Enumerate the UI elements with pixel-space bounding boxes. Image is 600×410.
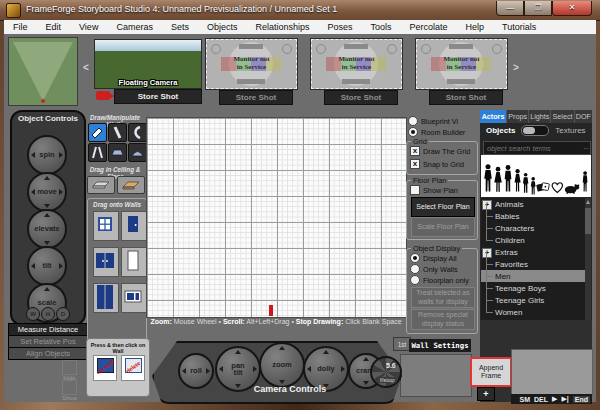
menu-poses[interactable]: Poses: [318, 22, 361, 32]
tree-item-teenage-girls[interactable]: Teenage Girls: [481, 294, 585, 306]
category-icon-strip[interactable]: [481, 155, 591, 197]
arrow-left-icon[interactable]: [31, 152, 35, 158]
woman-silhouette-icon[interactable]: [493, 164, 503, 195]
store-shot-button-2[interactable]: Store Shot: [219, 90, 293, 105]
cut-wall-button[interactable]: cut wall: [93, 355, 117, 381]
wall-settings-button[interactable]: Wall Settings: [409, 339, 471, 352]
arrow-right-icon[interactable]: [341, 366, 345, 372]
tab-lights[interactable]: Lights: [529, 110, 551, 123]
menu-help[interactable]: Help: [457, 22, 494, 32]
arrow-up-icon[interactable]: [323, 350, 329, 354]
monitor-thumbnail-1[interactable]: Monitor notin Service: [206, 39, 297, 89]
woman2-silhouette-icon[interactable]: [513, 166, 522, 195]
show-object-button[interactable]: Show: [62, 380, 77, 401]
menu-relationships[interactable]: Relationships: [246, 22, 318, 32]
window-blue-item[interactable]: [121, 283, 147, 313]
menu-edit[interactable]: Edit: [37, 22, 71, 32]
tree-item-women[interactable]: Women: [481, 306, 585, 318]
step-end-button[interactable]: ▶|: [561, 395, 568, 403]
camera-icon[interactable]: [96, 91, 110, 100]
object-search-input[interactable]: [483, 141, 591, 155]
height-lock-dial[interactable]: H: [41, 307, 55, 321]
search-more-button[interactable]: ...: [583, 143, 589, 150]
only-walls-radio[interactable]: Only Walls: [410, 264, 458, 274]
select-floor-plan-button[interactable]: Select Floor Plan: [411, 197, 475, 217]
bear-icon[interactable]: [564, 181, 580, 195]
tree-item-teenage-boys[interactable]: Teenage Boys: [481, 282, 585, 294]
double-door-blue-item[interactable]: [93, 247, 119, 277]
depth-lock-dial[interactable]: D: [56, 307, 70, 321]
arrow-up-icon[interactable]: [44, 176, 50, 180]
delete-wall-button[interactable]: delete: [121, 355, 145, 381]
tall-double-door-item[interactable]: [93, 283, 119, 313]
elevate-dial[interactable]: elevate: [27, 209, 67, 249]
objects-textures-toggle[interactable]: [521, 125, 549, 136]
arrow-up-icon[interactable]: [44, 213, 50, 217]
close-button[interactable]: ✕: [552, 1, 592, 16]
man-silhouette-icon[interactable]: [483, 161, 493, 195]
store-shot-button-3[interactable]: Store Shot: [324, 90, 398, 105]
arrow-down-icon[interactable]: [44, 204, 50, 208]
scroll-shots-left-icon[interactable]: <: [83, 62, 89, 73]
arrow-up-icon[interactable]: [44, 287, 50, 291]
menu-file[interactable]: File: [4, 22, 37, 32]
drag-floor-button[interactable]: [117, 176, 145, 194]
dice-icon[interactable]: [536, 180, 550, 195]
camera-marker[interactable]: [269, 305, 273, 316]
store-shot-button-4[interactable]: Store Shot: [429, 90, 503, 105]
menu-percolate[interactable]: Percolate: [401, 22, 457, 32]
menu-objects[interactable]: Objects: [198, 22, 247, 32]
sm-button[interactable]: SM: [520, 396, 531, 403]
scale-floor-plan-button[interactable]: Scale Floor Plan: [411, 217, 475, 237]
floating-camera-viewport[interactable]: Floating Camera: [94, 39, 202, 89]
room-builder-radio[interactable]: Room Builder: [408, 127, 465, 137]
flat-wall-segment-tool[interactable]: [108, 143, 127, 162]
monitor-thumbnail-3[interactable]: Monitor notin Service: [416, 39, 507, 89]
draw-wall-tool[interactable]: [88, 123, 107, 142]
menu-sets[interactable]: Sets: [162, 22, 198, 32]
tab-actors[interactable]: Actors: [480, 110, 507, 123]
tree-scrollbar[interactable]: [585, 198, 591, 320]
scrollbar-thumb[interactable]: [585, 208, 591, 234]
teen-silhouette-icon[interactable]: [522, 171, 529, 195]
del-button[interactable]: DEL: [534, 396, 548, 403]
zoom-dial[interactable]: zoom: [259, 342, 305, 388]
arrow-down-icon[interactable]: [44, 241, 50, 245]
heart-icon[interactable]: [550, 180, 565, 195]
hide-object-button[interactable]: Hide: [62, 360, 77, 381]
tree-item-animals[interactable]: +Animals: [481, 198, 585, 210]
suited-man-silhouette-icon[interactable]: [503, 162, 513, 195]
title-bar[interactable]: FrameForge Storyboard Studio 4: Unnamed …: [0, 0, 600, 21]
play-button[interactable]: ▶: [552, 395, 557, 403]
end-button[interactable]: End: [573, 396, 590, 403]
arrow-right-icon[interactable]: [59, 263, 63, 269]
blueprint-view-radio[interactable]: Blueprint Vi: [408, 116, 458, 126]
curved-wall-tool[interactable]: [128, 123, 147, 142]
tab-dof[interactable]: DOF: [575, 110, 592, 123]
roll-dial[interactable]: roll: [178, 353, 214, 389]
arrow-up-icon[interactable]: [235, 350, 241, 354]
arrow-right-icon[interactable]: [206, 368, 210, 374]
tree-item-favorites[interactable]: Favorites: [481, 258, 585, 270]
extra-silhouette-icon[interactable]: [581, 168, 589, 195]
split-wall-tool[interactable]: [88, 143, 107, 162]
arrow-right-icon[interactable]: [59, 152, 63, 158]
display-all-radio[interactable]: Display All: [410, 253, 457, 263]
remove-display-status-button[interactable]: Remove special display status: [411, 309, 475, 330]
add-frame-button[interactable]: +: [477, 387, 495, 401]
spin-dial[interactable]: spin: [27, 135, 67, 175]
menu-tutorials[interactable]: Tutorials: [493, 22, 545, 32]
treat-as-walls-button[interactable]: Treat selected as walls for display: [411, 287, 475, 308]
arrow-right-icon[interactable]: [59, 189, 63, 195]
snap-grid-checkbox[interactable]: xSnap to Grid: [410, 159, 464, 169]
tab-select[interactable]: Select: [551, 110, 574, 123]
floorplan-only-radio[interactable]: Floorplan only: [410, 275, 469, 285]
door-blue-item[interactable]: [121, 211, 147, 241]
minimize-button[interactable]: —: [496, 1, 524, 16]
arrow-up-icon[interactable]: [363, 357, 369, 361]
append-frame-button[interactable]: Append Frame: [470, 357, 512, 387]
window-4pane-item[interactable]: [93, 211, 119, 241]
arrow-left-icon[interactable]: [219, 366, 223, 372]
doorway-white-item[interactable]: [121, 247, 147, 277]
tree-item-babies[interactable]: Babies: [481, 210, 585, 222]
